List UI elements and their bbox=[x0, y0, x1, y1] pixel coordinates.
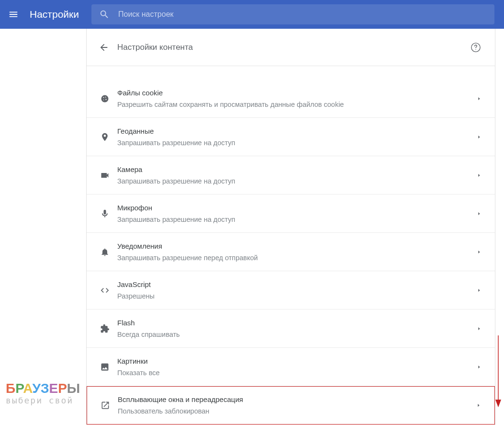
help-icon bbox=[470, 42, 481, 53]
row-label: Уведомления bbox=[117, 241, 477, 252]
row-desc: Показать все bbox=[117, 368, 477, 378]
code-icon bbox=[95, 286, 114, 295]
row-desc: Разрешить сайтам сохранять и просматрива… bbox=[117, 99, 477, 110]
arrow-back-icon bbox=[99, 42, 109, 53]
app-title: Настройки bbox=[30, 9, 79, 20]
row-label: Камера bbox=[117, 164, 477, 175]
setting-row-camera[interactable]: КамераЗапрашивать разрешение на доступ bbox=[87, 156, 495, 195]
panel-header: Настройки контента bbox=[87, 29, 495, 66]
panel-title: Настройки контента bbox=[117, 43, 470, 52]
svg-point-6 bbox=[103, 99, 104, 100]
content-settings-panel: Настройки контента Файлы cookieРазрешить… bbox=[86, 29, 495, 425]
popup-icon bbox=[96, 401, 115, 410]
mic-icon bbox=[95, 209, 114, 218]
chevron-right-icon bbox=[477, 94, 482, 103]
setting-row-location[interactable]: ГеоданныеЗапрашивать разрешение на досту… bbox=[87, 118, 495, 156]
watermark-line1: БРАУЗЕРЫ bbox=[6, 381, 80, 396]
row-text: Файлы cookieРазрешить сайтам сохранять и… bbox=[117, 88, 477, 110]
setting-row-mic[interactable]: МикрофонЗапрашивать разрешение на доступ bbox=[87, 195, 495, 233]
row-label: Файлы cookie bbox=[117, 88, 477, 98]
cookie-icon bbox=[95, 94, 114, 103]
watermark-line2: выбери свой bbox=[6, 395, 80, 405]
search-input[interactable] bbox=[118, 10, 487, 19]
chevron-right-icon bbox=[477, 171, 482, 180]
hamburger-icon bbox=[8, 9, 19, 20]
chevron-right-icon bbox=[477, 363, 482, 371]
watermark-logo: БРАУЗЕРЫ выбери свой bbox=[6, 381, 80, 405]
row-desc: Запрашивать разрешение перед отправкой bbox=[117, 253, 477, 263]
chevron-right-icon bbox=[477, 133, 482, 141]
row-desc: Всегда спрашивать bbox=[117, 329, 477, 340]
svg-point-3 bbox=[103, 97, 104, 98]
row-text: МикрофонЗапрашивать разрешение на доступ bbox=[117, 203, 477, 225]
svg-point-4 bbox=[105, 96, 106, 97]
row-text: КартинкиПоказать все bbox=[117, 356, 477, 378]
camera-icon bbox=[95, 171, 114, 180]
row-desc: Запрашивать разрешение на доступ bbox=[117, 138, 477, 148]
chevron-right-icon bbox=[476, 401, 481, 410]
row-desc: Пользователь заблокирован bbox=[118, 406, 476, 416]
row-text: ГеоданныеЗапрашивать разрешение на досту… bbox=[117, 126, 477, 148]
row-label: Микрофон bbox=[117, 203, 477, 213]
row-label: Картинки bbox=[117, 356, 477, 367]
row-label: Геоданные bbox=[117, 126, 477, 137]
row-label: Flash bbox=[117, 318, 477, 328]
chevron-right-icon bbox=[477, 286, 482, 295]
help-button[interactable] bbox=[470, 42, 482, 53]
svg-marker-8 bbox=[495, 400, 501, 407]
search-icon bbox=[99, 9, 110, 20]
svg-point-5 bbox=[105, 99, 106, 100]
location-icon bbox=[95, 132, 114, 142]
menu-button[interactable] bbox=[5, 6, 22, 23]
row-text: FlashВсегда спрашивать bbox=[117, 318, 477, 340]
svg-point-1 bbox=[475, 49, 476, 49]
app-header: Настройки bbox=[0, 0, 504, 29]
chevron-right-icon bbox=[477, 248, 482, 256]
row-desc: Разрешены bbox=[117, 291, 477, 301]
chevron-right-icon bbox=[477, 324, 482, 333]
row-text: JavaScriptРазрешены bbox=[117, 279, 477, 301]
row-text: Всплывающие окна и переадресацияПользова… bbox=[118, 394, 476, 416]
row-desc: Запрашивать разрешение на доступ bbox=[117, 214, 477, 225]
row-label: Всплывающие окна и переадресация bbox=[118, 394, 476, 405]
row-desc: Запрашивать разрешение на доступ bbox=[117, 176, 477, 186]
setting-row-image[interactable]: КартинкиПоказать все bbox=[87, 348, 495, 386]
row-text: КамераЗапрашивать разрешение на доступ bbox=[117, 164, 477, 186]
puzzle-icon bbox=[95, 324, 114, 333]
setting-row-popup[interactable]: Всплывающие окна и переадресацияПользова… bbox=[87, 386, 495, 425]
setting-row-code[interactable]: JavaScriptРазрешены bbox=[87, 271, 495, 310]
row-label: JavaScript bbox=[117, 279, 477, 290]
chevron-right-icon bbox=[477, 209, 482, 218]
settings-list: Файлы cookieРазрешить сайтам сохранять и… bbox=[87, 80, 495, 425]
row-text: УведомленияЗапрашивать разрешение перед … bbox=[117, 241, 477, 263]
setting-row-cookie[interactable]: Файлы cookieРазрешить сайтам сохранять и… bbox=[87, 80, 495, 118]
image-icon bbox=[95, 362, 114, 372]
setting-row-bell[interactable]: УведомленияЗапрашивать разрешение перед … bbox=[87, 233, 495, 271]
search-container[interactable] bbox=[91, 4, 494, 24]
setting-row-puzzle[interactable]: FlashВсегда спрашивать bbox=[87, 310, 495, 348]
svg-point-2 bbox=[101, 95, 109, 102]
bell-icon bbox=[95, 247, 114, 257]
back-button[interactable] bbox=[95, 39, 112, 56]
